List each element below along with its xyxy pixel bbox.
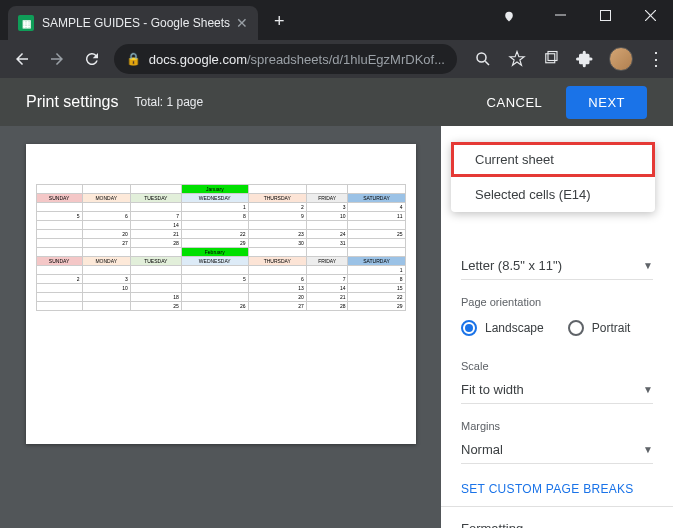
zoom-icon[interactable] bbox=[473, 49, 493, 69]
margins-label: Margins bbox=[461, 420, 653, 432]
orientation-landscape-radio[interactable]: Landscape bbox=[461, 320, 544, 336]
calendar-preview: JanuarySUNDAYMONDAYTUESDAYWEDNESDAYTHURS… bbox=[36, 184, 406, 311]
maximize-button[interactable] bbox=[583, 0, 628, 30]
scale-value: Fit to width bbox=[461, 382, 524, 397]
back-button[interactable] bbox=[8, 45, 35, 73]
dropdown-option-current-sheet[interactable]: Current sheet bbox=[451, 142, 655, 177]
radio-unchecked-icon bbox=[568, 320, 584, 336]
formatting-accordion[interactable]: Formatting ⌄ bbox=[441, 506, 673, 528]
svg-rect-8 bbox=[548, 52, 557, 61]
chevron-down-icon: ▼ bbox=[643, 444, 653, 455]
profile-avatar[interactable] bbox=[609, 47, 633, 71]
chevron-down-icon: ⌄ bbox=[645, 523, 653, 528]
scale-select[interactable]: Fit to width ▼ bbox=[461, 376, 653, 404]
print-settings-bar: Print settings Total: 1 page CANCEL NEXT bbox=[0, 78, 673, 126]
chevron-down-icon: ▼ bbox=[643, 260, 653, 271]
reload-button[interactable] bbox=[78, 45, 105, 73]
paper-size-select[interactable]: Letter (8.5" x 11") ▼ bbox=[461, 252, 653, 280]
tab-title: SAMPLE GUIDES - Google Sheets bbox=[42, 16, 230, 30]
page-title: Print settings bbox=[26, 93, 118, 111]
print-sidebar: Print Current sheet Selected cells (E14)… bbox=[441, 126, 673, 528]
new-tab-button[interactable]: + bbox=[268, 9, 291, 34]
svg-point-0 bbox=[505, 12, 513, 20]
address-bar[interactable]: 🔒 docs.google.com/spreadsheets/d/1hluEgz… bbox=[114, 44, 457, 74]
print-preview: JanuarySUNDAYMONDAYTUESDAYWEDNESDAYTHURS… bbox=[0, 126, 441, 528]
extensions-icon[interactable] bbox=[575, 49, 595, 69]
lock-icon: 🔒 bbox=[126, 52, 141, 66]
browser-tab[interactable]: ▦ SAMPLE GUIDES - Google Sheets ✕ bbox=[8, 6, 258, 40]
collections-icon[interactable] bbox=[541, 49, 561, 69]
svg-rect-2 bbox=[601, 10, 611, 20]
tab-search-icon[interactable] bbox=[500, 8, 518, 26]
margins-select[interactable]: Normal ▼ bbox=[461, 436, 653, 464]
url-path: /spreadsheets/d/1hluEgzMrDKof... bbox=[247, 52, 445, 67]
radio-checked-icon bbox=[461, 320, 477, 336]
close-tab-icon[interactable]: ✕ bbox=[236, 15, 248, 31]
next-button[interactable]: NEXT bbox=[566, 86, 647, 119]
scale-label: Scale bbox=[461, 360, 653, 372]
margins-value: Normal bbox=[461, 442, 503, 457]
browser-menu-icon[interactable]: ⋮ bbox=[647, 48, 665, 70]
chevron-down-icon: ▼ bbox=[643, 384, 653, 395]
svg-line-6 bbox=[485, 61, 489, 65]
bookmark-star-icon[interactable] bbox=[507, 49, 527, 69]
orientation-label: Page orientation bbox=[461, 296, 653, 308]
paper-size-value: Letter (8.5" x 11") bbox=[461, 258, 562, 273]
content-area: JanuarySUNDAYMONDAYTUESDAYWEDNESDAYTHURS… bbox=[0, 126, 673, 528]
custom-page-breaks-link[interactable]: SET CUSTOM PAGE BREAKS bbox=[441, 468, 673, 506]
page-total: Total: 1 page bbox=[134, 95, 203, 109]
browser-titlebar: ▦ SAMPLE GUIDES - Google Sheets ✕ + bbox=[0, 0, 673, 40]
orientation-portrait-radio[interactable]: Portrait bbox=[568, 320, 631, 336]
sheets-favicon: ▦ bbox=[18, 15, 34, 31]
minimize-button[interactable] bbox=[538, 0, 583, 30]
url-domain: docs.google.com bbox=[149, 52, 247, 67]
svg-point-5 bbox=[477, 53, 486, 62]
browser-toolbar: 🔒 docs.google.com/spreadsheets/d/1hluEgz… bbox=[0, 40, 673, 78]
print-range-dropdown: Current sheet Selected cells (E14) bbox=[451, 142, 655, 212]
preview-page: JanuarySUNDAYMONDAYTUESDAYWEDNESDAYTHURS… bbox=[26, 144, 416, 444]
forward-button[interactable] bbox=[43, 45, 70, 73]
close-window-button[interactable] bbox=[628, 0, 673, 30]
cancel-button[interactable]: CANCEL bbox=[471, 87, 559, 118]
dropdown-option-selected-cells[interactable]: Selected cells (E14) bbox=[451, 177, 655, 212]
svg-rect-7 bbox=[546, 54, 555, 63]
